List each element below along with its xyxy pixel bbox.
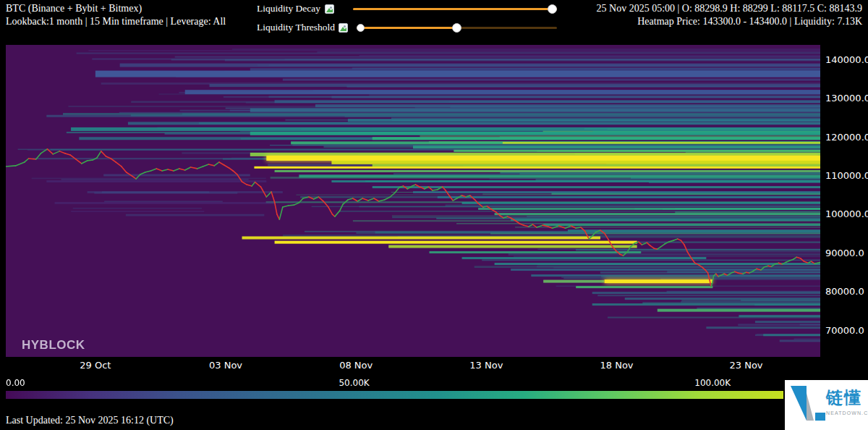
- colorbar-tick-label: 0.00: [6, 378, 25, 388]
- mountain-glyph: [326, 8, 333, 12]
- y-axis-tick: 120000.0: [825, 131, 868, 142]
- liquidity-threshold-label: Liquidity Threshold: [257, 22, 335, 33]
- image-icon: [325, 4, 334, 14]
- chart-subtitle: Lookback:1 month | 15 Min timeframe | Le…: [6, 15, 226, 28]
- y-axis-tick: 140000.0: [825, 54, 868, 64]
- liquidity-decay-slider[interactable]: [353, 3, 557, 15]
- ohlc-readout: 25 Nov 2025 05:00 | O: 88298.9 H: 88299 …: [597, 2, 862, 15]
- liquidation-heatmap-canvas[interactable]: [6, 45, 820, 357]
- x-axis-tick: 23 Nov: [730, 360, 763, 371]
- sun-glyph: [330, 7, 332, 9]
- colorbar-gradient: [6, 391, 783, 399]
- image-icon: [339, 23, 348, 33]
- readout-block: 25 Nov 2025 05:00 | O: 88298.9 H: 88299 …: [597, 2, 862, 28]
- colorbar-tick-label: 50.00K: [339, 378, 369, 388]
- x-axis-tick: 13 Nov: [469, 360, 503, 371]
- logo-cn-text: 链懂: [826, 387, 862, 409]
- x-axis-tick: 03 Nov: [209, 360, 242, 371]
- sun-glyph: [344, 25, 346, 28]
- y-axis-tick: 90000.0: [825, 247, 864, 258]
- liquidity-decay-label: Liquidity Decay: [257, 3, 320, 14]
- x-axis-tick: 29 Oct: [80, 360, 111, 371]
- hyblock-watermark: HYBLOCK: [22, 338, 85, 353]
- neatdown-logo-icon: [791, 386, 827, 423]
- x-axis-tick: 18 Nov: [600, 360, 633, 371]
- y-axis-tick: 110000.0: [825, 169, 868, 180]
- neatdown-logo: 链懂 NEATDOWN.COM: [785, 380, 868, 430]
- x-axis-tick: 08 Nov: [339, 360, 373, 371]
- y-axis-tick: 130000.0: [825, 93, 868, 104]
- y-axis-tick: 100000.0: [825, 208, 868, 219]
- slider-min-handle[interactable]: [357, 24, 365, 32]
- y-axis-tick: 80000.0: [825, 286, 864, 297]
- chart-info-block: BTC (Binance + Bybit + Bitmex) Lookback:…: [6, 2, 226, 28]
- last-updated-text: Last Updated: 25 Nov 2025 16:12 (UTC): [6, 415, 174, 426]
- colorbar-tick-label: 100.00K: [694, 378, 731, 388]
- y-axis-tick: 70000.0: [825, 324, 864, 335]
- logo-domain-text: NEATDOWN.COM: [826, 410, 868, 416]
- slider-track-fill[interactable]: [353, 8, 557, 10]
- chart-title: BTC (Binance + Bybit + Bitmex): [6, 2, 226, 15]
- mountain-glyph: [340, 27, 346, 31]
- slider-handle[interactable]: [548, 4, 557, 14]
- liquidity-threshold-slider[interactable]: [357, 22, 557, 34]
- heatmap-readout: Heatmap Price: 143300.0 - 143400.0 | Liq…: [597, 15, 862, 28]
- slider-handle[interactable]: [452, 23, 461, 33]
- slider-track-fill[interactable]: [357, 27, 457, 29]
